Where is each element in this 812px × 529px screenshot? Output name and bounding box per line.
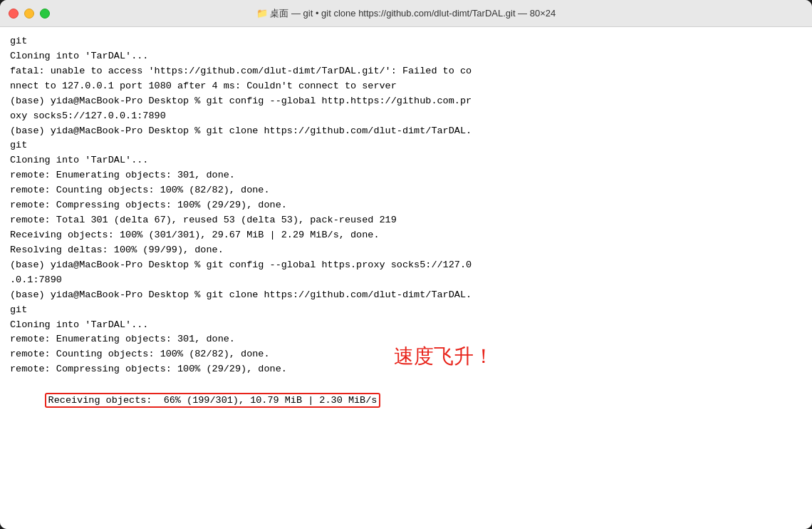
line-6: oxy socks5://127.0.0.1:7890 <box>10 109 802 124</box>
line-12: remote: Compressing objects: 100% (29/29… <box>10 198 802 213</box>
line-4: nnect to 127.0.0.1 port 1080 after 4 ms:… <box>10 79 802 94</box>
titlebar: 📁 桌面 — git • git clone https://github.co… <box>0 0 812 27</box>
line-18: (base) yida@MacBook-Pro Desktop % git cl… <box>10 288 802 303</box>
line-17: .0.1:7890 <box>10 273 802 288</box>
folder-icon: 📁 <box>256 8 268 19</box>
title-text: 桌面 — git • git clone https://github.com/… <box>270 8 556 19</box>
line-15: Resolving deltas: 100% (99/99), done. <box>10 243 802 258</box>
line-8: git <box>10 138 802 153</box>
terminal-body[interactable]: git Cloning into 'TarDAL'... fatal: unab… <box>0 27 812 529</box>
line-20: Cloning into 'TarDAL'... <box>10 318 802 333</box>
terminal-window: 📁 桌面 — git • git clone https://github.co… <box>0 0 812 529</box>
line-19: git <box>10 303 802 318</box>
window-title: 📁 桌面 — git • git clone https://github.co… <box>256 7 556 20</box>
traffic-lights <box>9 9 50 19</box>
line-23: remote: Compressing objects: 100% (29/29… <box>10 362 287 377</box>
minimize-button[interactable] <box>24 9 34 19</box>
line-2: Cloning into 'TarDAL'... <box>10 49 802 64</box>
line-9: Cloning into 'TarDAL'... <box>10 153 802 168</box>
line-7: (base) yida@MacBook-Pro Desktop % git cl… <box>10 124 802 139</box>
maximize-button[interactable] <box>40 9 50 19</box>
line-5: (base) yida@MacBook-Pro Desktop % git co… <box>10 94 802 109</box>
line-11: remote: Counting objects: 100% (82/82), … <box>10 183 802 198</box>
line-16: (base) yida@MacBook-Pro Desktop % git co… <box>10 258 802 273</box>
line-14: Receiving objects: 100% (301/301), 29.67… <box>10 228 802 243</box>
highlighted-text: Receiving objects: 66% (199/301), 10.79 … <box>45 393 381 408</box>
line-24-highlighted: Receiving objects: 66% (199/301), 10.79 … <box>10 379 802 423</box>
line-10: remote: Enumerating objects: 301, done. <box>10 168 802 183</box>
line-3: fatal: unable to access 'https://github.… <box>10 64 802 79</box>
speed-annotation: 速度飞升！ <box>394 341 494 371</box>
annotation-container: remote: Compressing objects: 100% (29/29… <box>10 362 287 377</box>
close-button[interactable] <box>9 9 19 19</box>
line-1: git <box>10 34 802 49</box>
line-13: remote: Total 301 (delta 67), reused 53 … <box>10 213 802 228</box>
